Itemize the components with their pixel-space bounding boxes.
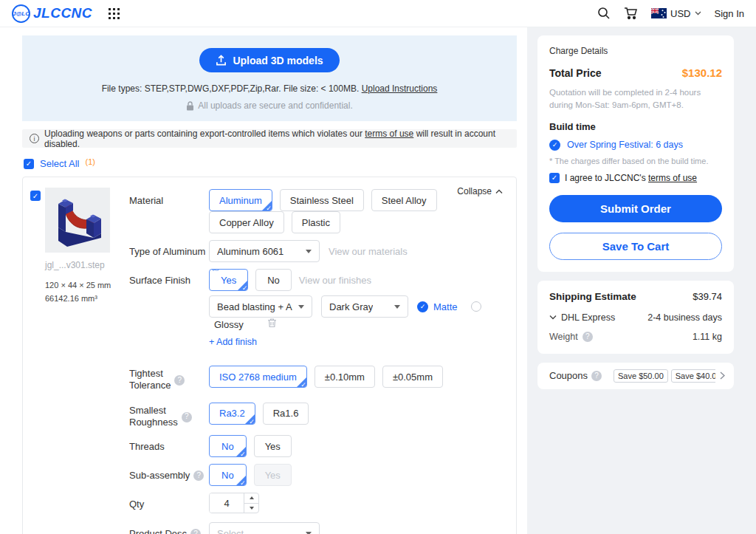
lock-icon <box>186 101 194 111</box>
view-materials-link[interactable]: View our materials <box>329 246 408 257</box>
search-icon[interactable] <box>597 7 611 20</box>
qty-decrement-button[interactable] <box>244 503 258 513</box>
part-thumbnail[interactable] <box>45 188 110 253</box>
roughness-option-ra16[interactable]: Ra1.6 <box>263 403 309 425</box>
part-card: Collapse ✓ <box>22 177 517 534</box>
roughness-option-ra32[interactable]: Ra3.2✓ <box>209 403 255 425</box>
part-dimensions: 120 × 44 × 25 mm 66142.16 mm³ <box>45 279 116 305</box>
order-summary-sidebar: Charge Details Total Price $130.12 Quota… <box>527 27 756 534</box>
product-desc-select[interactable]: Select <box>209 522 320 534</box>
quotation-note: Quotation will be completed in 2-4 hours… <box>549 86 722 112</box>
coupons-help-icon[interactable]: ? <box>591 371 602 381</box>
surface-finish-no[interactable]: No <box>255 269 292 291</box>
submit-order-button[interactable]: Submit Order <box>549 195 722 222</box>
aluminum-type-select[interactable]: Aluminum 6061 <box>209 240 320 262</box>
material-option-steel-alloy[interactable]: Steel Alloy <box>371 189 437 211</box>
roughness-label: SmallestRoughness ? <box>129 399 209 429</box>
upload-3d-models-button[interactable]: Upload 3D models <box>199 48 339 72</box>
cart-icon[interactable] <box>624 7 638 20</box>
tolerance-option-iso[interactable]: ISO 2768 medium✓ <box>209 366 307 388</box>
material-option-copper-alloy[interactable]: Copper Alloy <box>209 211 284 233</box>
sub-assembly-yes: Yes <box>254 464 292 486</box>
finish-type-select[interactable]: Bead blasting + Anodizi <box>209 295 312 318</box>
chevron-down-icon <box>549 315 557 320</box>
coupons-label: Coupons ? <box>549 370 602 381</box>
weight-help-icon[interactable]: ? <box>583 332 593 342</box>
chevron-down-icon <box>695 11 701 16</box>
select-all-count: (1) <box>85 157 94 166</box>
build-time-radio[interactable]: ✓ <box>549 140 560 151</box>
info-icon: i <box>30 134 39 143</box>
part-checkbox[interactable]: ✓ <box>30 191 41 201</box>
coupons-next-arrow[interactable] <box>720 372 725 380</box>
sidebar-terms-link[interactable]: terms of use <box>648 173 697 183</box>
jlc-logo-icon: J@LC <box>12 4 30 23</box>
material-option-stainless-steel[interactable]: Stainless Steel <box>280 189 364 211</box>
view-finishes-link[interactable]: View our finishes <box>299 275 371 286</box>
upload-icon <box>216 55 227 66</box>
sub-assembly-no[interactable]: No✓ <box>209 464 247 486</box>
upload-section: Upload 3D models File types: STEP,STP,DW… <box>22 35 517 121</box>
surface-finish-yes[interactable]: Yes✓ <box>209 269 248 291</box>
roughness-help-icon[interactable]: ? <box>182 412 192 422</box>
remove-finish-icon[interactable] <box>267 318 277 331</box>
quantity-input[interactable] <box>210 493 244 513</box>
glossy-radio[interactable] <box>471 301 481 312</box>
build-time-option[interactable]: Over Spring Festival: 6 days <box>567 140 683 150</box>
coupon-save-50[interactable]: Save $50.00 <box>614 369 668 383</box>
sub-assembly-label: Sub-assembly ? <box>129 464 209 486</box>
agree-terms-checkbox[interactable]: ✓ <box>549 173 560 183</box>
upload-instructions-link[interactable]: Upload Instructions <box>362 83 438 94</box>
top-nav: J@LC JLCCNC <box>0 0 756 27</box>
charge-details-title: Charge Details <box>549 46 722 56</box>
total-price-label: Total Price <box>549 67 602 79</box>
terms-of-use-link[interactable]: terms of use <box>365 129 413 139</box>
collapse-toggle[interactable]: Collapse <box>457 186 503 196</box>
threads-yes[interactable]: Yes <box>254 435 292 457</box>
tolerance-help-icon[interactable]: ? <box>174 375 185 386</box>
quantity-stepper <box>209 493 259 513</box>
glossy-label[interactable]: Glossy <box>214 319 244 330</box>
shipping-days: 2-4 business days <box>647 312 722 323</box>
weight-value: 1.11 kg <box>693 332 722 342</box>
secure-note: All uploads are secure and confidential. <box>186 100 352 111</box>
build-time-note: * The charges differ based on the build … <box>549 157 722 165</box>
product-desc-help-icon[interactable]: ? <box>190 529 201 534</box>
qty-increment-button[interactable] <box>244 493 258 503</box>
finish-color-select[interactable]: Dark Gray <box>321 295 408 318</box>
material-option-plastic[interactable]: Plastic <box>292 211 340 233</box>
sign-in-button[interactable]: Sign In <box>715 8 744 19</box>
thumbs-up-icon <box>211 269 222 274</box>
threads-label: Threads <box>129 435 209 457</box>
export-warning-banner: i Uploading weapons or parts containing … <box>22 129 517 148</box>
select-all-label[interactable]: Select All <box>40 158 79 169</box>
material-option-aluminum[interactable]: Aluminum✓ <box>209 189 272 211</box>
tolerance-option-010[interactable]: ±0.10mm <box>315 366 375 388</box>
coupons-card: Coupons ? Save $50.00 Save $40.00 <box>537 363 734 389</box>
charge-details-card: Charge Details Total Price $130.12 Quota… <box>537 35 734 272</box>
chevron-up-icon <box>495 189 503 194</box>
matte-label[interactable]: Matte <box>433 301 458 312</box>
matte-radio[interactable]: ✓ <box>417 301 428 312</box>
shipping-estimate-card: Shipping Estimate $39.74 DHL Express 2-4… <box>537 281 734 354</box>
currency-selector[interactable]: USD <box>651 8 701 19</box>
qty-label: Qty <box>129 493 209 513</box>
caret-down-icon <box>298 305 304 309</box>
product-desc-label: Product Desc ? <box>129 522 209 534</box>
select-all-checkbox[interactable]: ✓ <box>24 159 34 169</box>
3d-part-preview <box>45 188 110 253</box>
sub-assembly-help-icon[interactable]: ? <box>193 470 204 481</box>
caret-down-icon <box>394 305 400 309</box>
type-of-aluminum-label: Type of Aluminum <box>129 240 209 262</box>
coupon-save-40[interactable]: Save $40.00 <box>671 369 715 383</box>
add-finish-link[interactable]: + Add finish <box>209 337 257 347</box>
save-to-cart-button[interactable]: Save To Cart <box>549 233 722 260</box>
country-flag-icon <box>651 8 667 18</box>
weight-label: Weight ? <box>549 332 593 342</box>
jlccnc-logo[interactable]: J@LC JLCCNC <box>12 4 92 23</box>
shipping-carrier[interactable]: DHL Express <box>549 312 615 323</box>
tolerance-option-005[interactable]: ±0.05mm <box>382 366 443 388</box>
currency-label: USD <box>670 8 690 19</box>
threads-no[interactable]: No✓ <box>209 435 247 457</box>
apps-grid-icon[interactable] <box>109 8 120 19</box>
